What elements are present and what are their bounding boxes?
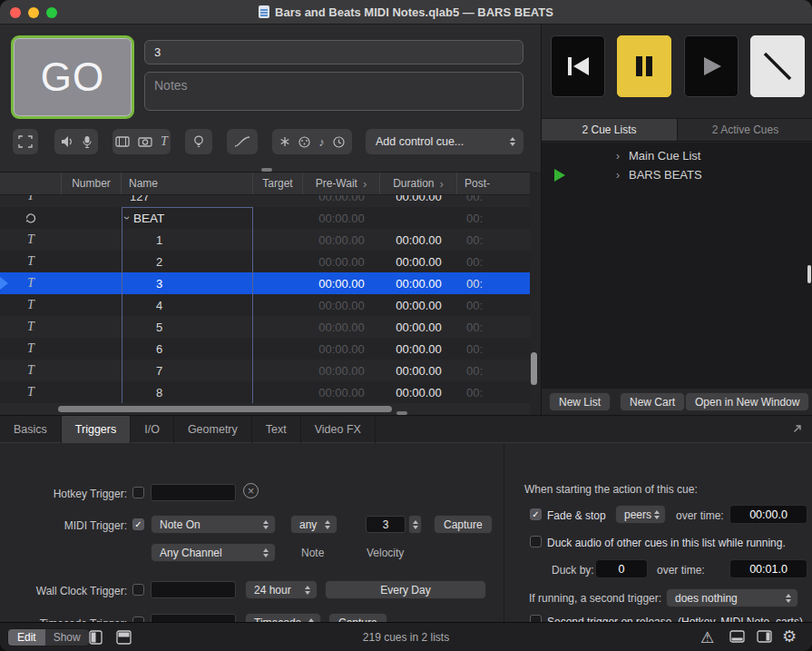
column-status[interactable] <box>0 173 62 194</box>
go-button[interactable]: GO <box>11 35 134 119</box>
dropdown-stepper-icon <box>259 520 271 529</box>
cue-notes-field[interactable] <box>144 72 523 111</box>
cue-number-field[interactable] <box>144 40 523 64</box>
cue-rows: T 127 00:00.00 00:00.00 00: › BEAT 0 <box>0 195 530 403</box>
table-row[interactable]: T 6 00:00.00 00:00.00 00: <box>0 338 530 360</box>
add-control-cue-dropdown[interactable]: Add control cue... <box>366 129 523 154</box>
stepper-icon <box>321 520 333 529</box>
cue-name: 4 <box>122 299 162 312</box>
new-list-button[interactable]: New List <box>549 392 611 411</box>
inspector-tabs: Basics Triggers I/O Geometry Text Video … <box>0 416 812 443</box>
hotkey-field[interactable] <box>151 484 236 501</box>
stepper-icon <box>409 520 421 529</box>
add-control-cues-button[interactable]: ♪ <box>272 129 352 154</box>
midi-trigger-label: MIDI Trigger: <box>0 519 127 532</box>
tree-item-main-cue-list[interactable]: › Main Cue List <box>542 146 812 165</box>
fullscreen-button[interactable] <box>13 129 38 154</box>
go-label: GO <box>41 54 104 100</box>
zoom-window-button[interactable] <box>46 7 57 18</box>
add-light-cue-button[interactable] <box>185 129 212 154</box>
wall-clock-field[interactable] <box>151 581 236 598</box>
table-row[interactable]: T 127 00:00.00 00:00.00 00: <box>0 195 530 207</box>
midi-cue-icon: T <box>27 232 34 247</box>
chevron-right-icon[interactable]: › <box>616 150 620 163</box>
tab-active-cues[interactable]: 2 Active Cues <box>677 119 812 141</box>
hotkey-trigger-checkbox[interactable] <box>132 487 144 498</box>
duck-audio-checkbox[interactable] <box>530 536 542 547</box>
midi-cue-icon: T <box>27 363 34 378</box>
close-window-button[interactable] <box>10 7 21 18</box>
chevron-right-icon[interactable]: › <box>616 169 620 182</box>
load-button[interactable] <box>750 35 805 97</box>
toggle-bottom-drawer-button[interactable] <box>729 630 745 646</box>
pause-button[interactable] <box>617 35 671 97</box>
midi-cue-icon: T <box>27 298 34 312</box>
splitter-handle[interactable] <box>261 168 272 172</box>
column-duration[interactable]: Duration› <box>380 173 457 194</box>
wall-clock-format-select[interactable]: 24 hour <box>245 580 318 599</box>
column-target-label: Target <box>262 177 292 190</box>
velocity-stepper[interactable] <box>408 515 422 534</box>
horizontal-scrollbar[interactable] <box>0 403 530 415</box>
fade-over-time-field[interactable] <box>729 505 807 524</box>
midi-note-select[interactable]: any <box>290 515 338 534</box>
table-row[interactable]: T 5 00:00.00 00:00.00 00: <box>0 316 530 338</box>
midi-channel-select[interactable]: Any Channel <box>151 543 276 562</box>
horizontal-scrollbar-thumb[interactable] <box>58 406 392 412</box>
skip-to-start-button[interactable] <box>551 35 605 97</box>
every-day-button[interactable]: Every Day <box>325 580 486 599</box>
expand-inspector-button[interactable] <box>791 423 803 438</box>
tab-io[interactable]: I/O <box>131 416 174 443</box>
tab-basics[interactable]: Basics <box>0 416 62 443</box>
warnings-button[interactable]: ⚠ <box>700 628 714 647</box>
table-row[interactable]: T 2 00:00.00 00:00.00 00: <box>0 251 530 272</box>
tab-video-fx[interactable]: Video FX <box>301 416 376 443</box>
cue-name: 2 <box>122 255 162 269</box>
table-row-selected[interactable]: T 3 00:00.00 00:00.00 00: <box>0 272 530 294</box>
column-post-wait[interactable]: Post- <box>457 173 530 194</box>
column-target[interactable]: Target <box>253 173 303 194</box>
toggle-right-drawer-button[interactable] <box>757 630 772 646</box>
midi-type-value: Note On <box>160 518 201 531</box>
midi-trigger-checkbox[interactable] <box>132 518 144 530</box>
tab-cue-lists[interactable]: 2 Cue Lists <box>542 119 677 141</box>
duck-by-field[interactable] <box>595 559 648 578</box>
disclosure-chevron-icon[interactable]: › <box>121 216 133 220</box>
tab-text[interactable]: Text <box>252 416 301 443</box>
open-in-new-window-button[interactable]: Open in New Window <box>685 392 809 411</box>
table-row[interactable]: T 1 00:00.00 00:00.00 00: <box>0 229 530 251</box>
new-cart-button[interactable]: New Cart <box>620 392 685 411</box>
add-audio-mic-cue-button[interactable] <box>54 129 98 154</box>
settings-button[interactable]: ⚙ <box>782 626 797 646</box>
midi-velocity-field[interactable] <box>366 516 406 533</box>
fade-stop-checkbox[interactable] <box>530 508 542 520</box>
cue-prewait: 00:00.00 <box>303 277 380 291</box>
table-row-group[interactable]: › BEAT 00:00.00 00: <box>0 207 530 229</box>
fade-target-select[interactable]: peers <box>615 505 666 524</box>
tree-item-label: BARS BEATS <box>629 168 702 182</box>
second-trigger-select[interactable]: does nothing <box>666 588 798 607</box>
midi-capture-button[interactable]: Capture <box>434 515 493 534</box>
column-number[interactable]: Number <box>62 173 122 194</box>
table-row[interactable]: T 7 00:00.00 00:00.00 00: <box>0 360 530 381</box>
wall-clock-checkbox[interactable] <box>132 584 144 596</box>
duck-over-time-field[interactable] <box>729 559 807 578</box>
fade-target-value: peers <box>624 508 651 521</box>
tree-item-bars-beats[interactable]: › BARS BEATS <box>542 165 812 184</box>
column-name[interactable]: Name <box>122 173 253 194</box>
column-prewait[interactable]: Pre-Wait› <box>303 173 380 194</box>
add-video-cue-button[interactable]: T <box>113 129 171 154</box>
table-row[interactable]: T 4 00:00.00 00:00.00 00: <box>0 294 530 316</box>
minimize-window-button[interactable] <box>28 7 39 18</box>
skip-to-start-icon <box>565 55 591 77</box>
tab-triggers[interactable]: Triggers <box>62 416 131 443</box>
panel-scrollbar-thumb[interactable] <box>807 265 811 283</box>
add-fade-cue-button[interactable] <box>227 129 258 154</box>
play-button[interactable] <box>684 35 739 97</box>
cue-prewait: 00:00.00 <box>303 255 380 269</box>
tab-geometry[interactable]: Geometry <box>174 416 252 443</box>
table-row[interactable]: T 8 00:00.00 00:00.00 00: <box>0 381 530 403</box>
vertical-scrollbar-thumb[interactable] <box>531 352 537 385</box>
clear-hotkey-button[interactable] <box>243 483 259 498</box>
midi-type-select[interactable]: Note On <box>151 515 276 534</box>
